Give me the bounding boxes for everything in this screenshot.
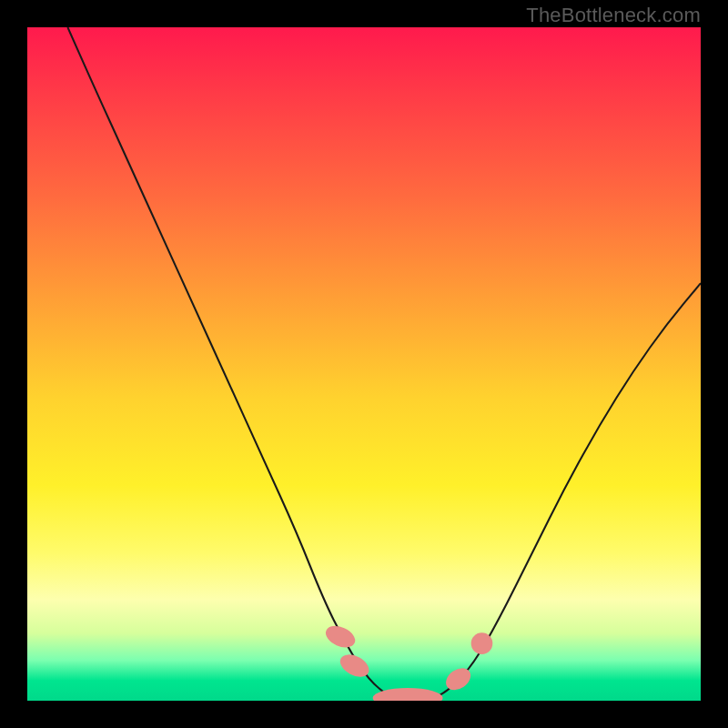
bottleneck-curve-svg xyxy=(27,27,701,701)
chart-frame: TheBottleneck.com xyxy=(0,0,728,728)
watermark-text: TheBottleneck.com xyxy=(526,4,701,27)
marker-capsule xyxy=(322,622,359,652)
plot-area xyxy=(27,27,701,701)
bottleneck-curve xyxy=(67,27,701,701)
curve-markers xyxy=(322,622,492,701)
marker-circle xyxy=(471,632,493,654)
marker-capsule xyxy=(373,688,443,701)
